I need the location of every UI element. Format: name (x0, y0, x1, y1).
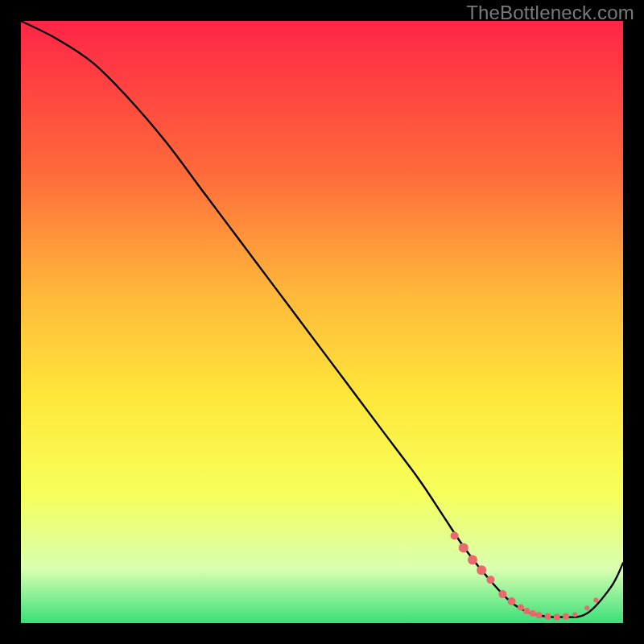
curve-marker (468, 555, 477, 564)
curve-marker (498, 590, 506, 598)
curve-marker (563, 613, 569, 620)
chart-plot-area (21, 21, 623, 623)
curve-marker (523, 608, 530, 614)
curve-marker (518, 605, 524, 611)
curve-marker (593, 598, 598, 603)
curve-marker (545, 613, 551, 620)
curve-marker (451, 532, 459, 540)
watermark-label: TheBottleneck.com (466, 2, 634, 24)
curve-marker (535, 612, 542, 618)
curve-marker (530, 610, 536, 617)
curve-marker (486, 576, 494, 584)
curve-marker (554, 614, 560, 621)
curve-marker (584, 605, 589, 610)
curve-marker (572, 613, 577, 617)
curve-marker (508, 597, 516, 605)
curve-marker (477, 565, 486, 575)
gradient-background (21, 21, 623, 623)
chart-svg (21, 21, 623, 623)
curve-marker (459, 543, 469, 553)
stage: TheBottleneck.com (0, 0, 644, 644)
